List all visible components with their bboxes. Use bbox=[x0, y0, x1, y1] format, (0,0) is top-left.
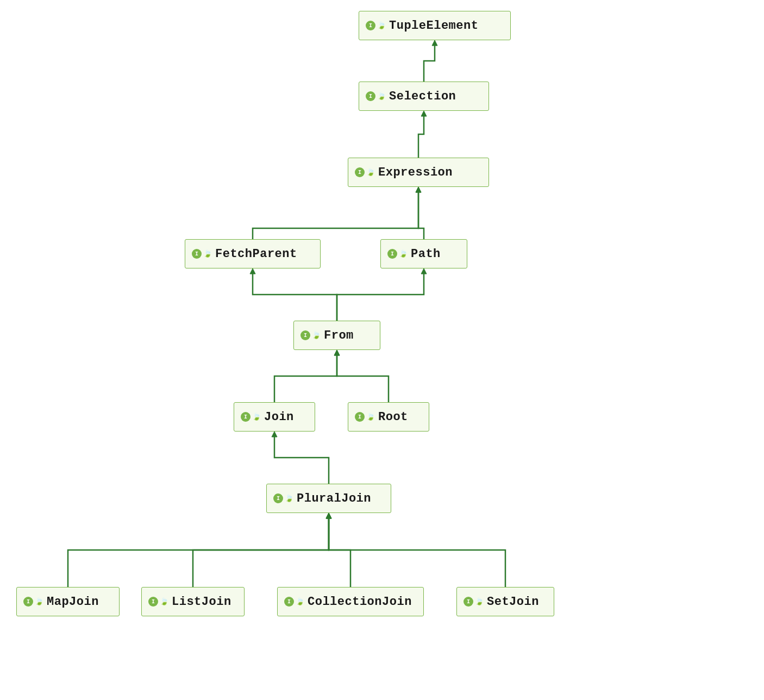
node-join: I 🍃 Join bbox=[234, 402, 315, 432]
svg-marker-11 bbox=[326, 513, 331, 518]
node-tupleElement: I 🍃 TupleElement bbox=[359, 11, 511, 40]
interface-icon: I bbox=[300, 330, 310, 340]
leaf-icon: 🍃 bbox=[377, 21, 386, 30]
node-label-collectionJoin: CollectionJoin bbox=[308, 595, 412, 609]
node-icon-fetchParent: I 🍃 bbox=[192, 249, 212, 259]
svg-marker-3 bbox=[416, 187, 421, 192]
node-label-join: Join bbox=[264, 410, 294, 424]
svg-marker-1 bbox=[421, 111, 427, 116]
node-icon-root: I 🍃 bbox=[355, 412, 375, 422]
svg-marker-0 bbox=[432, 40, 437, 46]
node-icon-expression: I 🍃 bbox=[355, 167, 375, 177]
svg-marker-9 bbox=[326, 513, 331, 518]
leaf-icon: 🍃 bbox=[252, 412, 261, 421]
node-icon-listJoin: I 🍃 bbox=[148, 597, 168, 607]
node-label-pluralJoin: PluralJoin bbox=[297, 492, 371, 505]
leaf-icon: 🍃 bbox=[203, 249, 212, 258]
interface-icon: I bbox=[284, 597, 294, 607]
node-icon-selection: I 🍃 bbox=[366, 91, 386, 101]
node-label-root: Root bbox=[378, 410, 408, 424]
node-from: I 🍃 From bbox=[293, 321, 380, 350]
node-label-path: Path bbox=[411, 247, 441, 261]
node-label-from: From bbox=[324, 329, 354, 342]
node-label-expression: Expression bbox=[378, 166, 453, 179]
node-icon-join: I 🍃 bbox=[241, 412, 261, 422]
interface-icon: I bbox=[355, 412, 365, 422]
node-expression: I 🍃 Expression bbox=[348, 158, 489, 187]
interface-icon: I bbox=[387, 249, 397, 259]
svg-marker-10 bbox=[326, 513, 331, 518]
svg-marker-6 bbox=[334, 350, 340, 355]
node-icon-collectionJoin: I 🍃 bbox=[284, 597, 304, 607]
leaf-icon: 🍃 bbox=[377, 92, 386, 101]
interface-icon: I bbox=[366, 21, 375, 30]
node-icon-from: I 🍃 bbox=[300, 330, 321, 340]
interface-icon: I bbox=[273, 493, 283, 503]
leaf-icon: 🍃 bbox=[312, 331, 321, 340]
leaf-icon: 🍃 bbox=[366, 168, 375, 177]
node-label-listJoin: ListJoin bbox=[172, 595, 231, 609]
interface-icon: I bbox=[148, 597, 158, 607]
node-label-selection: Selection bbox=[389, 90, 456, 103]
node-icon-path: I 🍃 bbox=[387, 249, 408, 259]
leaf-icon: 🍃 bbox=[160, 597, 168, 606]
node-path: I 🍃 Path bbox=[380, 239, 467, 268]
leaf-icon: 🍃 bbox=[399, 249, 408, 258]
node-label-setJoin: SetJoin bbox=[487, 595, 539, 609]
leaf-icon: 🍃 bbox=[475, 597, 484, 606]
node-selection: I 🍃 Selection bbox=[359, 82, 489, 111]
node-listJoin: I 🍃 ListJoin bbox=[141, 587, 245, 616]
node-setJoin: I 🍃 SetJoin bbox=[456, 587, 554, 616]
interface-icon: I bbox=[464, 597, 473, 607]
diagram-container: I 🍃 TupleElement I 🍃 Selection I 🍃 Expre… bbox=[0, 0, 764, 700]
node-pluralJoin: I 🍃 PluralJoin bbox=[266, 484, 391, 513]
node-icon-tupleElement: I 🍃 bbox=[366, 21, 386, 30]
svg-marker-5 bbox=[421, 268, 427, 274]
svg-marker-7 bbox=[334, 350, 340, 355]
node-icon-pluralJoin: I 🍃 bbox=[273, 493, 293, 503]
leaf-icon: 🍃 bbox=[296, 597, 304, 606]
leaf-icon: 🍃 bbox=[285, 494, 293, 503]
node-root: I 🍃 Root bbox=[348, 402, 429, 432]
svg-marker-2 bbox=[416, 187, 421, 192]
interface-icon: I bbox=[23, 597, 33, 607]
node-collectionJoin: I 🍃 CollectionJoin bbox=[277, 587, 424, 616]
node-icon-setJoin: I 🍃 bbox=[464, 597, 484, 607]
node-label-tupleElement: TupleElement bbox=[389, 19, 478, 33]
node-icon-mapJoin: I 🍃 bbox=[23, 597, 43, 607]
leaf-icon: 🍃 bbox=[35, 597, 43, 606]
interface-icon: I bbox=[366, 91, 375, 101]
node-label-fetchParent: FetchParent bbox=[215, 247, 297, 261]
svg-marker-8 bbox=[272, 432, 277, 437]
node-mapJoin: I 🍃 MapJoin bbox=[16, 587, 120, 616]
interface-icon: I bbox=[192, 249, 202, 259]
node-label-mapJoin: MapJoin bbox=[47, 595, 99, 609]
interface-icon: I bbox=[355, 167, 365, 177]
node-fetchParent: I 🍃 FetchParent bbox=[185, 239, 321, 268]
interface-icon: I bbox=[241, 412, 251, 422]
svg-marker-12 bbox=[326, 513, 331, 518]
svg-marker-4 bbox=[250, 268, 255, 274]
leaf-icon: 🍃 bbox=[366, 412, 375, 421]
